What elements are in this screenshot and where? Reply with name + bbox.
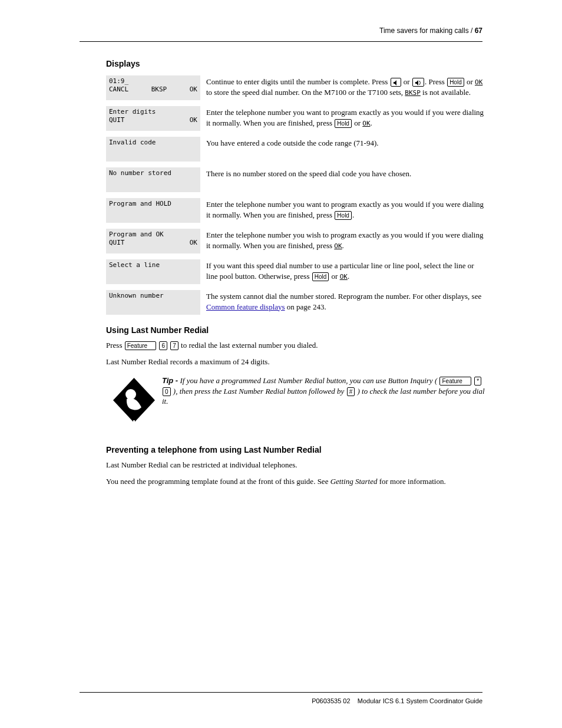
speaker-icon [412, 78, 424, 87]
feature-key: Feature [125, 341, 156, 350]
display-row: Program and OK QUIT OK Enter the telepho… [106, 229, 485, 253]
common-displays-link[interactable]: Common feature displays [206, 302, 285, 311]
breadcrumb: Time savers for making calls / [379, 27, 472, 35]
svg-point-1 [125, 389, 136, 400]
digit-key-7: 7 [170, 341, 178, 350]
top-rule [80, 41, 482, 42]
display-description: Continue to enter digits until the numbe… [206, 75, 485, 98]
display-description: Enter the telephone number you want to p… [206, 198, 485, 220]
hold-key: Hold [335, 119, 352, 128]
page-number: 67 [475, 27, 482, 35]
lcd-line1: No number stored [109, 169, 197, 177]
lcd-screen: Enter digits QUIT OK [106, 106, 200, 131]
lcd-screen: Invalid code [106, 137, 200, 162]
display-description: Enter the telephone number you wish to p… [206, 229, 485, 251]
svg-rect-2 [133, 420, 135, 426]
lcd-screen: 01:9_ CANCL BKSP OK [106, 75, 200, 100]
footer: P0603535 02 Modular ICS 6.1 System Coord… [312, 697, 482, 704]
lcd-bksp: BKSP [151, 85, 167, 94]
display-description: Enter the telephone number you want to p… [206, 106, 485, 128]
lcd-line1: Program and OK [109, 230, 197, 239]
lcd-ok: OK [190, 85, 197, 94]
display-row: Invalid code You have entered a code out… [106, 137, 485, 162]
display-row: No number stored There is no number stor… [106, 167, 485, 192]
last-number-para: Press Feature 6 7 to redial the last ext… [106, 340, 485, 351]
tip-label: Tip - [162, 376, 178, 385]
lcd-ok: OK [190, 239, 197, 247]
star-key: * [474, 377, 481, 386]
display-row: Select a line If you want this speed dia… [106, 259, 485, 284]
hold-key: Hold [335, 211, 352, 220]
lcd-line1: 01:9_ [109, 77, 197, 85]
lcd-screen: Select a line [106, 259, 200, 284]
lcd-screen: Program and OK QUIT OK [106, 229, 200, 253]
hold-key: Hold [312, 272, 329, 281]
last-number-heading: Using Last Number Redial [106, 325, 485, 335]
lcd-screen: Program and HOLD [106, 198, 200, 223]
lcd-screen: No number stored [106, 167, 200, 192]
display-row: 01:9_ CANCL BKSP OK Continue to enter di… [106, 75, 485, 100]
bksp-softkey: BKSP [405, 89, 421, 97]
ok-softkey: OK [475, 78, 482, 86]
prevent-para2: You need the programming template found … [106, 476, 485, 487]
display-row: Enter digits QUIT OK Enter the telephone… [106, 106, 485, 131]
display-row: Unknown number The system cannot dial th… [106, 290, 485, 315]
display-description: The system cannot dial the number stored… [206, 290, 485, 312]
ok-softkey: OK [340, 273, 348, 281]
footer-title: Modular ICS 6.1 System Coordinator Guide [358, 697, 482, 704]
page-header: Time savers for making calls / 67 [379, 27, 482, 35]
display-description: There is no number stored on the speed d… [206, 167, 485, 179]
lcd-line1: Select a line [109, 261, 197, 269]
tip-icon [106, 375, 162, 431]
prevent-heading: Preventing a telephone from using Last N… [106, 445, 485, 454]
footer-code: P0603535 02 [312, 697, 350, 704]
lcd-ok: OK [190, 116, 197, 124]
lcd-screen: Unknown number [106, 290, 200, 315]
getting-started-ref: Getting Started [330, 477, 378, 486]
tip-block: Tip - If you have a programmed Last Numb… [106, 375, 485, 431]
last-number-para2: Last Number Redial records a maximum of … [106, 356, 485, 368]
lcd-line1: Unknown number [109, 292, 197, 300]
display-description: You have entered a code outside the code… [206, 137, 485, 149]
lcd-quit: QUIT [109, 239, 125, 247]
lcd-line1: Program and HOLD [109, 200, 197, 208]
feature-key: Feature [439, 377, 471, 386]
displays-heading: Displays [106, 59, 485, 68]
ok-softkey: OK [362, 120, 370, 127]
bottom-rule [80, 692, 482, 693]
tip-text: Tip - If you have a programmed Last Numb… [162, 375, 485, 407]
lcd-quit: QUIT [109, 116, 125, 124]
hold-key: Hold [447, 78, 464, 87]
lcd-line1: Invalid code [109, 139, 197, 147]
prevent-para: Last Number Redial can be restricted at … [106, 459, 485, 471]
display-row: Program and HOLD Enter the telephone num… [106, 198, 485, 223]
display-description: If you want this speed dial number to us… [206, 259, 485, 281]
lcd-line1: Enter digits [109, 108, 197, 116]
lcd-cancel: CANCL [109, 85, 128, 94]
ok-softkey: OK [334, 242, 342, 250]
hash-key: # [347, 387, 355, 396]
digit-key-5: 6 [159, 341, 167, 350]
speaker-icon [391, 78, 401, 87]
zero-key: 0 [163, 387, 171, 396]
